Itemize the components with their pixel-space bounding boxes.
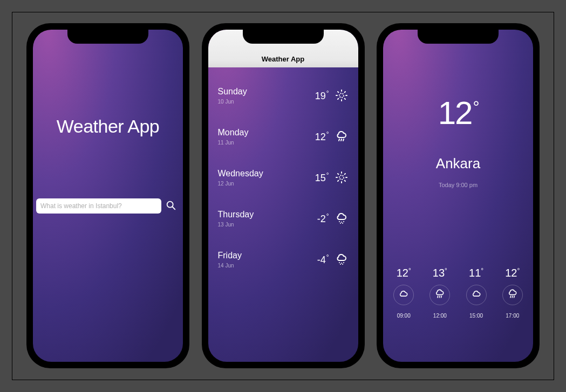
- phone-forecast: Weather App Sunday10 Jun19°Monday11 Jun1…: [202, 23, 365, 368]
- forecast-list[interactable]: Sunday10 Jun19°Monday11 Jun12°Wednesday1…: [208, 67, 358, 362]
- sunny-icon: [335, 170, 349, 184]
- forecast-row-right: 12°: [315, 129, 349, 143]
- current-temperature-value: 12: [438, 95, 472, 131]
- forecast-date: 11 Jun: [218, 140, 249, 146]
- hourly-temp: 11°: [461, 267, 492, 279]
- forecast-row-left: Sunday10 Jun: [218, 87, 247, 105]
- notch: [67, 30, 148, 44]
- forecast-temp: -2°: [317, 212, 329, 225]
- forecast-row[interactable]: Wednesday12 Jun15°: [218, 157, 349, 198]
- notch: [243, 30, 324, 44]
- screen-forecast: Weather App Sunday10 Jun19°Monday11 Jun1…: [208, 30, 358, 362]
- hourly-item[interactable]: 12°09:00: [388, 267, 419, 319]
- forecast-row[interactable]: Friday14 Jun-4°: [218, 239, 349, 280]
- forecast-temp: -4°: [317, 253, 329, 266]
- hourly-item[interactable]: 11°15:00: [461, 267, 492, 319]
- forecast-temp: 12°: [315, 130, 329, 143]
- snow-icon: [335, 252, 349, 266]
- search-icon: [165, 200, 177, 213]
- detail-header: 12° Ankara Today 9:00 pm: [383, 94, 533, 188]
- hourly-item[interactable]: 13°12:00: [424, 267, 455, 319]
- forecast-day: Thursday: [218, 210, 254, 219]
- search-input[interactable]: [36, 198, 161, 214]
- forecast-row-left: Thursday13 Jun: [218, 210, 254, 228]
- hourly-item[interactable]: 12°17:00: [497, 267, 528, 319]
- forecast-day: Wednesday: [218, 169, 263, 178]
- rain-icon: [335, 129, 349, 143]
- snow-icon: [335, 211, 349, 225]
- forecast-day: Friday: [218, 251, 242, 260]
- cloud-icon: [471, 288, 482, 301]
- degree-symbol: °: [473, 98, 478, 115]
- timestamp-label: Today 9:00 pm: [383, 182, 533, 188]
- notch: [418, 30, 499, 44]
- forecast-day: Monday: [218, 128, 249, 137]
- hourly-time: 15:00: [461, 313, 492, 319]
- sunny-icon: [335, 88, 349, 102]
- forecast-row-right: 19°: [315, 88, 349, 102]
- hourly-temp: 12°: [388, 267, 419, 279]
- screen-search: Weather App: [33, 30, 183, 362]
- screen-detail: 12° Ankara Today 9:00 pm 12°09:0013°12:0…: [383, 30, 533, 362]
- hourly-time: 12:00: [424, 313, 455, 319]
- forecast-date: 14 Jun: [218, 263, 242, 269]
- forecast-row-right: -2°: [317, 211, 349, 225]
- forecast-temp: 19°: [315, 90, 329, 102]
- city-label: Ankara: [383, 155, 533, 172]
- forecast-row-left: Monday11 Jun: [218, 128, 249, 146]
- forecast-day: Sunday: [218, 87, 247, 97]
- hourly-temp: 13°: [424, 267, 455, 279]
- forecast-row-right: 15°: [315, 170, 349, 184]
- phone-detail: 12° Ankara Today 9:00 pm 12°09:0013°12:0…: [377, 23, 540, 368]
- search-button[interactable]: [161, 197, 179, 215]
- search-row: [33, 197, 183, 215]
- app-title: Weather App: [33, 116, 183, 137]
- mockup-stage: Weather App Weather App Sunday10 Jun19°M…: [12, 12, 554, 380]
- hourly-icon-circle: [429, 285, 450, 305]
- hourly-icon-circle: [502, 285, 523, 305]
- current-temperature: 12°: [383, 94, 533, 132]
- forecast-row[interactable]: Thursday13 Jun-2°: [218, 198, 349, 239]
- hourly-icon-circle: [466, 285, 487, 305]
- forecast-row-left: Friday14 Jun: [218, 251, 242, 269]
- hourly-time: 17:00: [497, 313, 528, 319]
- forecast-date: 13 Jun: [218, 222, 254, 228]
- forecast-date: 10 Jun: [218, 99, 247, 105]
- hourly-row[interactable]: 12°09:0013°12:0011°15:0012°17:00: [383, 267, 533, 319]
- rain-icon: [434, 288, 445, 301]
- forecast-date: 12 Jun: [218, 181, 263, 187]
- nav-title: Weather App: [262, 55, 304, 63]
- hourly-time: 09:00: [388, 313, 419, 319]
- rain-icon: [507, 288, 518, 301]
- forecast-row[interactable]: Monday11 Jun12°: [218, 116, 349, 157]
- phone-search: Weather App: [26, 23, 189, 368]
- forecast-row-right: -4°: [317, 252, 349, 266]
- hourly-icon-circle: [393, 285, 414, 305]
- cloud-icon: [398, 288, 409, 301]
- forecast-row[interactable]: Sunday10 Jun19°: [218, 75, 349, 116]
- forecast-temp: 15°: [315, 171, 329, 184]
- hourly-temp: 12°: [497, 267, 528, 279]
- forecast-row-left: Wednesday12 Jun: [218, 169, 263, 187]
